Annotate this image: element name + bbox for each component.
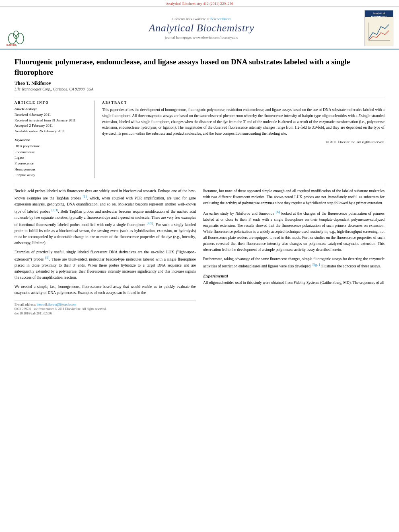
- svg-rect-6: [367, 21, 391, 43]
- abstract-label: ABSTRACT: [102, 101, 385, 105]
- body-para-6: Furthermore, taking advantage of the sam…: [203, 256, 385, 269]
- abstract-col: ABSTRACT This paper describes the develo…: [102, 101, 385, 178]
- footnote-copyright1: 0003-2697/$ - see front matter © 2011 El…: [14, 307, 196, 311]
- body-left-col: Nucleic acid probes labeled with fluores…: [14, 188, 196, 316]
- sciencedirect-line: Contents lists available at ScienceDirec…: [173, 17, 231, 21]
- svg-point-1: [8, 33, 16, 44]
- keyword-2: Endonuclease: [14, 149, 90, 155]
- available-date: Available online 26 February 2011: [14, 129, 90, 134]
- body-para-7: All oligonucleotides used in this study …: [203, 280, 385, 286]
- sciencedirect-link[interactable]: ScienceDirect: [210, 17, 230, 21]
- ref-fig1[interactable]: Fig. 1: [313, 263, 321, 267]
- ref-23[interactable]: [2,3]: [51, 208, 58, 212]
- body-para-1: Nucleic acid probes labeled with fluores…: [14, 188, 196, 246]
- journal-header: ELSEVIER Contents lists available at Sci…: [0, 7, 399, 49]
- svg-point-2: [16, 33, 24, 44]
- author-affiliation: Life Technologies Corp., Carlsbad, CA 92…: [14, 87, 385, 91]
- revised-date: Received in revised form 31 January 2011: [14, 118, 90, 123]
- journal-title: Analytical Biochemistry: [149, 22, 254, 34]
- citation-bar: Analytical Biochemistry 412 (2011) 229–2…: [0, 0, 399, 7]
- journal-thumbnail: AnalyticalBiochemistry: [364, 10, 393, 46]
- thumbnail-chart-icon: [367, 21, 391, 43]
- journal-thumbnail-area: AnalyticalBiochemistry: [363, 10, 395, 46]
- citation-text: Analytical Biochemistry 412 (2011) 229–2…: [166, 2, 233, 6]
- experimental-heading: Experimental: [203, 273, 385, 278]
- ref-1[interactable]: [1]: [83, 195, 87, 199]
- author-name: Theo T. Nikiforov: [14, 80, 385, 86]
- received-date: Received 4 January 2011: [14, 112, 90, 118]
- footer-area: E-mail address: theo.nikiforov@lifetech.…: [14, 300, 196, 315]
- article-info-label: ARTICLE INFO: [14, 101, 90, 105]
- keywords-label: Keywords:: [14, 138, 90, 142]
- thumbnail-image: [366, 18, 392, 45]
- footnote-doi: doi:10.1016/j.ab.2011.02.003: [14, 312, 196, 315]
- ref-5[interactable]: [5]: [45, 256, 49, 260]
- sciencedirect-prefix: Contents lists available at: [173, 17, 210, 21]
- footnote-email: E-mail address: theo.nikiforov@lifetech.…: [14, 302, 196, 306]
- body-para-6b: illustrates the concepts of these assays…: [321, 264, 381, 268]
- keyword-6: Enzyme assay: [14, 172, 90, 178]
- body-para-5b: looked at the changes of the fluorescenc…: [203, 212, 385, 252]
- body-para-5: An earlier study by Nikiforov and Simeon…: [203, 210, 385, 253]
- body-section: Nucleic acid probes labeled with fluores…: [14, 184, 385, 316]
- thumbnail-label: AnalyticalBiochemistry: [371, 12, 387, 18]
- email-label-text: E-mail address:: [14, 302, 36, 306]
- accepted-date: Accepted 2 February 2011: [14, 123, 90, 129]
- history-label: Article history:: [14, 107, 90, 111]
- keyword-1: DNA polymerase: [14, 143, 90, 149]
- keyword-5: Homogeneous: [14, 166, 90, 172]
- elsevier-tree-icon: ELSEVIER: [4, 30, 28, 46]
- email-link[interactable]: theo.nikiforov@lifetech.com: [37, 302, 76, 306]
- keyword-4: Fluorescence: [14, 160, 90, 166]
- body-para-2: Examples of practically useful, singly l…: [14, 249, 196, 281]
- elsevier-logo-area: ELSEVIER: [4, 10, 40, 46]
- article-info-col: ARTICLE INFO Article history: Received 4…: [14, 101, 95, 178]
- journal-title-area: Contents lists available at ScienceDirec…: [44, 10, 359, 46]
- paper-title: Fluorogenic polymerase, endonuclease, an…: [14, 57, 385, 77]
- body-para-4: literature, but none of these appeared s…: [203, 188, 385, 206]
- journal-homepage: journal homepage: www.elsevier.com/locat…: [165, 35, 238, 39]
- abstract-text: This paper describes the development of …: [102, 107, 385, 137]
- main-content: Fluorogenic polymerase, endonuclease, an…: [0, 57, 399, 323]
- body-para-5-text: An earlier study by Nikiforov and Simeon…: [203, 212, 276, 216]
- info-abstract-section: ARTICLE INFO Article history: Received 4…: [14, 97, 385, 178]
- ref-6[interactable]: [6]: [276, 210, 280, 214]
- body-para-3: We needed a simple, fast, homogeneous, f…: [14, 284, 196, 296]
- body-para-3-text: We needed a simple, fast, homogeneous, f…: [14, 285, 196, 295]
- keyword-3: Ligase: [14, 155, 90, 160]
- body-right-col: literature, but none of these appeared s…: [203, 188, 385, 316]
- elsevier-logo: ELSEVIER: [4, 30, 40, 46]
- ref-45[interactable]: [4,5]: [147, 221, 153, 225]
- abstract-copyright: © 2011 Elsevier Inc. All rights reserved…: [102, 140, 385, 144]
- svg-text:ELSEVIER: ELSEVIER: [6, 44, 16, 46]
